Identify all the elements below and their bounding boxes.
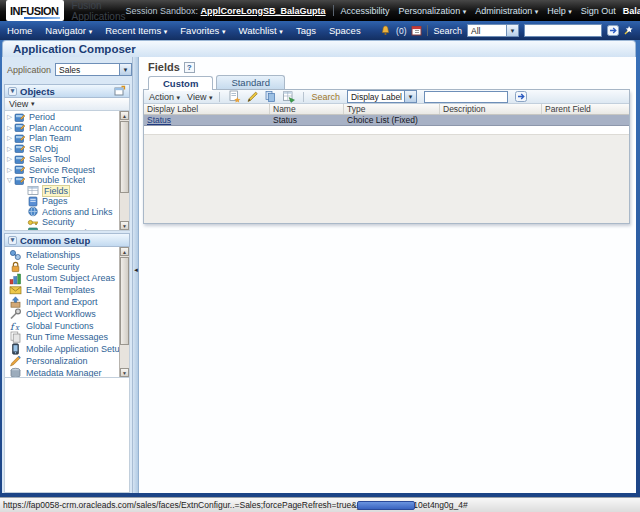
setup-item-e-mail-templates[interactable]: E-Mail Templates [5,284,129,296]
column-header-display-label[interactable]: Display Label [144,104,270,114]
table-empty-row [144,126,629,134]
nav-item-watchlist[interactable]: Watchlist ▾ [239,25,283,36]
tree-toggle-icon[interactable]: ▷ [5,113,14,121]
custom-object-icon [14,154,26,165]
collapse-icon[interactable]: ▾ [8,236,17,245]
table-search-go-icon[interactable] [515,91,527,102]
tree-toggle-icon[interactable]: ▷ [5,124,14,132]
tree-item-sales-tool[interactable]: ▷Sales Tool [5,154,129,165]
header-link-personalization[interactable]: Personalization ▾ [399,6,467,16]
tree-toggle-icon[interactable]: ▷ [5,134,14,142]
tree-item-plan-account[interactable]: ▷Plan Account [5,123,129,134]
tab-custom[interactable]: Custom [148,76,213,90]
tree-item-sr-obj[interactable]: ▷SR Obj [5,144,129,155]
header-link-accessibility[interactable]: Accessibility [341,6,390,16]
content-area: Application Sales ▼ ▾ Objects View ▾ ▷Pe… [2,57,636,493]
scroll-down-icon[interactable]: ▼ [120,368,129,377]
create-button[interactable] [227,90,242,103]
nav-search-go-icon[interactable] [607,25,619,36]
tree-toggle-icon[interactable]: ▷ [5,145,14,153]
calendar-icon[interactable] [411,25,422,36]
objects-tree-scrollbar[interactable]: ▲ ▼ [119,111,129,230]
nav-item-tags[interactable]: Tags [296,25,316,36]
export-button[interactable] [281,90,296,103]
messages-icon [9,331,22,343]
setup-item-run-time-messages[interactable]: Run Time Messages [5,332,129,344]
view-menu[interactable]: View ▾ [187,92,212,102]
nav-item-recent-items[interactable]: Recent Items ▾ [105,25,167,36]
setup-item-mobile-application-setup[interactable]: Mobile Application Setup [5,343,129,355]
objects-view-menu[interactable]: View ▾ [4,98,130,111]
tree-item-service-request[interactable]: ▷Service Request [5,165,129,176]
tree-toggle-icon[interactable]: ▷ [5,155,14,163]
header-link-administration[interactable]: Administration ▾ [475,6,538,16]
nav-item-navigator[interactable]: Navigator ▾ [45,25,92,36]
nav-item-spaces[interactable]: Spaces [329,25,361,36]
nav-search-scope-select[interactable]: All ▼ [467,24,519,37]
table-search-label: Search [311,92,340,102]
common-setup-scrollbar[interactable]: ▲ ▼ [119,247,129,377]
table-row[interactable]: StatusStatusChoice List (Fixed) [144,115,629,126]
setup-item-personalization[interactable]: Personalization [5,355,129,367]
duplicate-button[interactable] [263,90,278,103]
column-header-name[interactable]: Name [270,104,344,114]
row-display-label-link[interactable]: Status [147,115,171,125]
objects-panel-title: Objects [20,86,55,97]
application-select[interactable]: Sales ▼ [55,63,132,76]
custom-object-icon [14,112,26,123]
nav-item-favorites[interactable]: Favorites ▾ [180,25,225,36]
objects-panel-header[interactable]: ▾ Objects [4,84,130,98]
svg-text:«»: «» [29,229,37,231]
column-header-type[interactable]: Type [344,104,440,114]
setup-item-role-security[interactable]: Role Security [5,261,129,273]
tree-item-security[interactable]: Security [5,217,129,228]
setup-item-custom-subject-areas[interactable]: Custom Subject Areas [5,273,129,285]
help-icon[interactable]: ? [184,62,195,73]
column-header-description[interactable]: Description [440,104,542,114]
scroll-up-icon[interactable]: ▲ [120,111,129,120]
personalization-icon [9,355,22,367]
objects-panel: ▾ Objects View ▾ ▷Period▷Plan Account▷Pl… [4,84,130,231]
notifications-bell-icon[interactable] [380,25,391,36]
common-setup-header[interactable]: ▾ Common Setup [4,233,130,247]
action-menu[interactable]: Action ▾ [149,92,180,102]
setup-item-object-workflows[interactable]: Object Workflows [5,308,129,320]
setup-item-import-and-export[interactable]: Import and Export [5,296,129,308]
scroll-thumb[interactable] [120,257,129,345]
chevron-down-icon[interactable]: ▼ [119,64,131,75]
scroll-down-icon[interactable]: ▼ [120,221,129,230]
global-links: Session Sandbox: ApplCoreLongSB_BalaGupt… [125,5,640,17]
tree-toggle-icon[interactable]: ▽ [5,176,14,184]
header-link-help[interactable]: Help ▾ [547,6,572,16]
tree-item-fields[interactable]: Fields [5,186,129,197]
common-setup-title: Common Setup [20,235,90,246]
scroll-thumb[interactable] [120,121,129,193]
advanced-search-icon[interactable] [624,25,634,36]
setup-item-global-functions[interactable]: fxGlobal Functions [5,320,129,332]
nav-search-label: Search [433,26,462,36]
tree-item-server-scripts[interactable]: «»Server Scripts [5,228,129,232]
search-field-select[interactable]: Display Label ▼ [347,90,417,103]
tree-toggle-icon[interactable]: ▷ [5,166,14,174]
tree-item-plan-team[interactable]: ▷Plan Team [5,133,129,144]
setup-item-metadata-manager[interactable]: Metadata Manager [5,367,129,378]
tree-item-pages[interactable]: Pages [5,196,129,207]
tab-standard[interactable]: Standard [216,75,285,89]
new-object-icon[interactable] [114,85,126,97]
user-name: Bala Gupta [623,6,640,16]
chevron-down-icon[interactable]: ▼ [506,25,518,36]
tree-item-actions-and-links[interactable]: Actions and Links [5,207,129,218]
tree-item-period[interactable]: ▷Period [5,112,129,123]
collapse-icon[interactable]: ▾ [8,87,17,96]
logo-text: INFUSION [10,5,59,17]
nav-search-input[interactable] [524,24,602,37]
chevron-down-icon[interactable]: ▼ [404,91,416,102]
scroll-up-icon[interactable]: ▲ [120,247,129,256]
sandbox-link[interactable]: ApplCoreLongSB_BalaGupta [201,6,326,16]
table-search-input[interactable] [424,91,508,103]
setup-item-relationships[interactable]: Relationships [5,249,129,261]
column-header-parent-field[interactable]: Parent Field [542,104,629,114]
header-link-sign-out[interactable]: Sign Out [581,6,616,16]
nav-item-home[interactable]: Home [7,25,32,36]
edit-button[interactable] [245,90,260,103]
